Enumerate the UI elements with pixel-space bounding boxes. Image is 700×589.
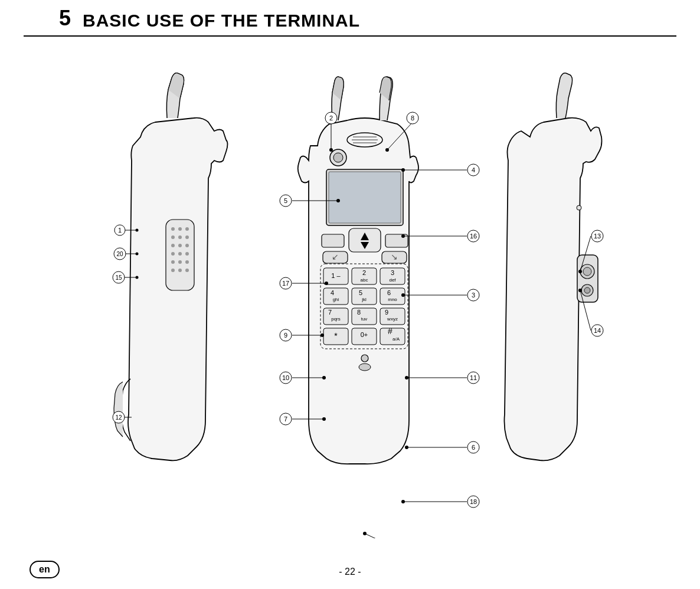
svg-point-16	[171, 269, 175, 272]
svg-point-12	[185, 252, 189, 256]
svg-line-136	[365, 534, 381, 538]
center-device: ↙ ↘ 1 – 2 abc 3 def 4 ghi	[298, 77, 418, 464]
svg-text:17: 17	[282, 280, 289, 287]
svg-point-17	[178, 269, 182, 272]
svg-text:5: 5	[284, 197, 287, 204]
svg-text:*: *	[334, 331, 338, 341]
svg-text:#: #	[388, 326, 392, 336]
svg-point-4	[171, 235, 175, 239]
svg-point-35	[333, 153, 343, 162]
svg-text:4: 4	[472, 166, 475, 174]
svg-text:18: 18	[470, 498, 477, 505]
svg-text:5: 5	[359, 289, 362, 296]
svg-text:2: 2	[329, 114, 333, 122]
page-footer: - 22 -	[0, 567, 700, 577]
svg-text:3: 3	[391, 269, 394, 276]
svg-point-15	[185, 260, 189, 264]
language-badge: en	[30, 561, 60, 578]
svg-text:10: 10	[282, 374, 289, 381]
svg-rect-38	[322, 234, 344, 247]
svg-text:pqrs: pqrs	[331, 316, 341, 322]
device-diagram: 1 20 15 12	[84, 54, 616, 538]
svg-text:↘: ↘	[391, 252, 398, 261]
page-number: - 22 -	[339, 567, 361, 577]
svg-text:2: 2	[362, 269, 366, 276]
svg-text:wxyz: wxyz	[387, 316, 398, 322]
svg-text:7: 7	[328, 309, 332, 316]
svg-point-144	[577, 205, 581, 210]
svg-point-14	[178, 260, 182, 264]
svg-text:1 –: 1 –	[331, 272, 341, 279]
diagram-svg: 1 20 15 12	[84, 54, 616, 538]
svg-point-11	[178, 252, 182, 256]
left-device	[114, 73, 228, 461]
svg-text:12: 12	[115, 414, 122, 421]
svg-text:abc: abc	[361, 277, 368, 283]
svg-text:8: 8	[357, 309, 361, 316]
svg-text:mno: mno	[388, 297, 397, 302]
svg-point-141	[583, 267, 591, 276]
svg-text:11: 11	[470, 374, 477, 381]
svg-text:16: 16	[470, 233, 477, 240]
svg-text:jkl: jkl	[361, 297, 367, 302]
svg-text:↙: ↙	[332, 252, 339, 261]
svg-point-9	[185, 244, 189, 247]
svg-text:20: 20	[116, 251, 123, 257]
svg-point-6	[185, 235, 189, 239]
svg-text:def: def	[389, 277, 396, 283]
section-number: 5	[59, 6, 71, 31]
svg-point-7	[171, 244, 175, 247]
svg-point-10	[171, 252, 175, 256]
callout-label-1: 1	[118, 227, 122, 234]
page-header: 5 BASIC USE OF THE TERMINAL	[24, 0, 676, 37]
svg-point-3	[185, 227, 189, 231]
svg-text:0+: 0+	[361, 331, 368, 338]
svg-text:4: 4	[331, 289, 334, 296]
svg-text:14: 14	[594, 327, 601, 334]
svg-point-5	[178, 235, 182, 239]
main-content: 1 20 15 12	[0, 37, 700, 568]
svg-text:3: 3	[472, 292, 475, 299]
svg-point-8	[178, 244, 182, 247]
svg-text:a/A: a/A	[392, 336, 400, 342]
svg-rect-37	[329, 172, 401, 223]
svg-text:7: 7	[284, 415, 287, 423]
svg-text:ghi: ghi	[333, 297, 339, 302]
svg-point-82	[359, 364, 371, 371]
svg-text:9: 9	[284, 332, 287, 339]
svg-text:tuv: tuv	[361, 316, 368, 322]
svg-point-18	[185, 269, 189, 272]
svg-point-81	[361, 355, 368, 362]
svg-point-143	[584, 287, 590, 293]
svg-point-13	[171, 260, 175, 264]
page-title: BASIC USE OF THE TERMINAL	[83, 11, 360, 31]
right-device	[504, 73, 601, 461]
svg-text:15: 15	[115, 274, 122, 281]
svg-text:6: 6	[472, 444, 475, 451]
svg-point-1	[171, 227, 175, 231]
svg-text:6: 6	[387, 289, 391, 296]
svg-text:9: 9	[385, 309, 388, 316]
svg-point-2	[178, 227, 182, 231]
svg-text:13: 13	[594, 233, 601, 240]
svg-text:8: 8	[411, 114, 414, 122]
